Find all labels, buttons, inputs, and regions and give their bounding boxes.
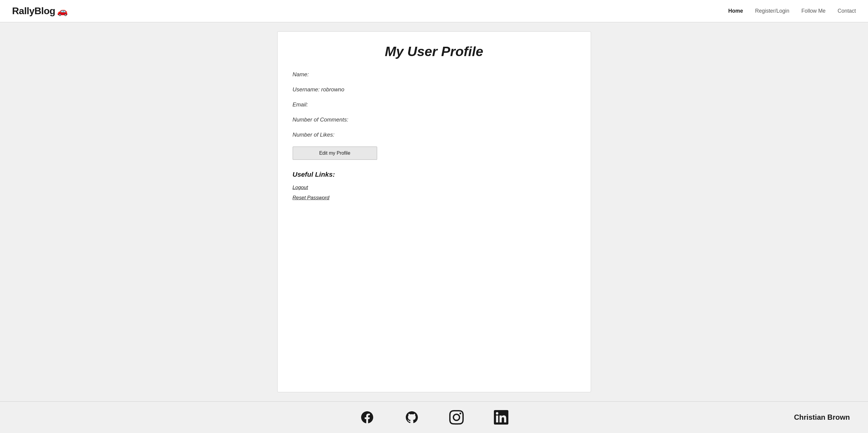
site-header: RallyBlog 🚗 Home Register/Login Follow M…	[0, 0, 868, 22]
logo-text: RallyBlog	[12, 5, 55, 16]
instagram-icon[interactable]	[449, 410, 464, 425]
profile-username-field: Username: robrowno	[293, 86, 576, 93]
main-content: My User Profile Name: Username: robrowno…	[0, 22, 868, 401]
linkedin-icon[interactable]	[494, 410, 508, 425]
site-footer: Christian Brown	[0, 401, 868, 433]
nav-contact[interactable]: Contact	[838, 8, 856, 14]
car-icon: 🚗	[57, 6, 68, 16]
logout-link[interactable]: Logout	[293, 185, 576, 191]
profile-comments-field: Number of Comments:	[293, 116, 576, 123]
profile-name-field: Name:	[293, 71, 576, 78]
nav-register-login[interactable]: Register/Login	[755, 8, 789, 14]
reset-password-link[interactable]: Reset Password	[293, 195, 576, 201]
github-icon[interactable]	[405, 410, 419, 425]
profile-title: My User Profile	[293, 44, 576, 59]
nav-home[interactable]: Home	[728, 8, 743, 14]
footer-icons	[360, 410, 508, 425]
profile-email-field: Email:	[293, 101, 576, 108]
footer-author: Christian Brown	[794, 413, 850, 422]
nav-follow-me[interactable]: Follow Me	[801, 8, 826, 14]
useful-links-title: Useful Links:	[293, 171, 576, 178]
main-nav: Home Register/Login Follow Me Contact	[728, 8, 856, 14]
useful-links: Logout Reset Password	[293, 185, 576, 201]
profile-likes-field: Number of Likes:	[293, 131, 576, 138]
edit-profile-button[interactable]: Edit my Profile	[293, 146, 377, 160]
facebook-icon[interactable]	[360, 410, 374, 425]
site-logo: RallyBlog 🚗	[12, 5, 68, 16]
profile-card: My User Profile Name: Username: robrowno…	[277, 31, 591, 392]
